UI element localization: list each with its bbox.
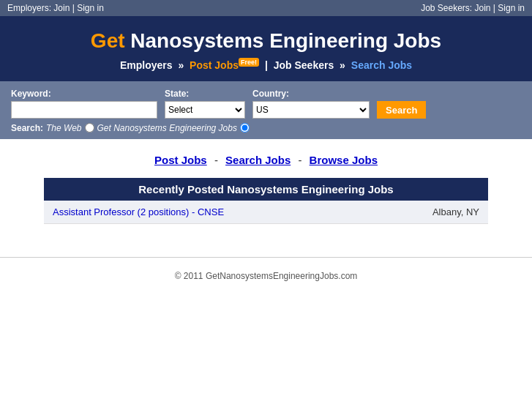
scope-site-label: Get Nanosystems Engineering Jobs — [97, 123, 237, 133]
copyright: © 2011 GetNanosystemsEngineeringJobs.com — [175, 271, 358, 281]
chevron2: » — [340, 59, 345, 71]
search-jobs-header-link[interactable]: Search Jobs — [351, 59, 412, 71]
free-badge: Free! — [239, 58, 259, 67]
top-bar: Employers: Join | Sign in Job Seekers: J… — [0, 0, 532, 16]
country-select[interactable]: US Canada UK Australia Other — [252, 101, 370, 119]
search-row: Keyword: State: Select ALAKAZAR CACOCTDE… — [11, 89, 521, 119]
post-jobs-link[interactable]: Post JobsFree! — [190, 59, 259, 71]
keyword-field: Keyword: — [11, 89, 157, 119]
job-seekers-nav-label: Job Seekers — [274, 59, 334, 71]
pipe-sep: | — [265, 59, 268, 71]
main-content: Post Jobs - Search Jobs - Browse Jobs Re… — [0, 139, 532, 235]
keyword-input[interactable] — [11, 101, 157, 119]
main-links: Post Jobs - Search Jobs - Browse Jobs — [44, 154, 488, 166]
post-jobs-main-link[interactable]: Post Jobs — [154, 154, 207, 166]
scope-web-label: The Web — [46, 123, 81, 133]
country-field: Country: US Canada UK Australia Other — [252, 89, 370, 119]
header: Get Nanosystems Engineering Jobs Employe… — [0, 16, 532, 81]
search-scope: Search: The Web Get Nanosystems Engineer… — [11, 123, 521, 133]
section-header: Recently Posted Nanosystems Engineering … — [44, 178, 488, 201]
title-get: Get — [91, 29, 125, 52]
search-jobs-main-link[interactable]: Search Jobs — [225, 154, 291, 166]
search-bar: Keyword: State: Select ALAKAZAR CACOCTDE… — [0, 81, 532, 139]
table-row: Assistant Professor (2 positions) - CNSE… — [44, 201, 488, 224]
state-select[interactable]: Select ALAKAZAR CACOCTDE FLGAHIID ILINIA… — [165, 101, 245, 119]
job-location: Albany, NY — [432, 206, 479, 217]
sep2: - — [298, 154, 301, 166]
header-nav: Employers » Post JobsFree! | Job Seekers… — [7, 59, 525, 71]
state-field: State: Select ALAKAZAR CACOCTDE FLGAHIID… — [165, 89, 245, 119]
job-title-link[interactable]: Assistant Professor (2 positions) - CNSE — [53, 206, 224, 217]
search-button[interactable]: Search — [377, 101, 426, 119]
scope-site-radio[interactable] — [240, 123, 250, 133]
sep1: - — [214, 154, 218, 166]
title-rest: Nanosystems Engineering Jobs — [125, 29, 442, 52]
browse-jobs-main-link[interactable]: Browse Jobs — [310, 154, 378, 166]
site-title: Get Nanosystems Engineering Jobs — [7, 29, 525, 53]
keyword-label: Keyword: — [11, 89, 157, 99]
scope-web-radio[interactable] — [85, 123, 94, 133]
country-label: Country: — [252, 89, 370, 99]
employers-top-link[interactable]: Employers: Join | Sign in — [7, 3, 104, 13]
scope-label: Search: — [11, 123, 43, 133]
footer: © 2011 GetNanosystemsEngineeringJobs.com — [0, 257, 532, 294]
jobseekers-top-link[interactable]: Job Seekers: Join | Sign in — [421, 3, 525, 13]
chevron1: » — [178, 59, 184, 71]
employers-nav-label: Employers — [120, 59, 173, 71]
state-label: State: — [165, 89, 245, 99]
